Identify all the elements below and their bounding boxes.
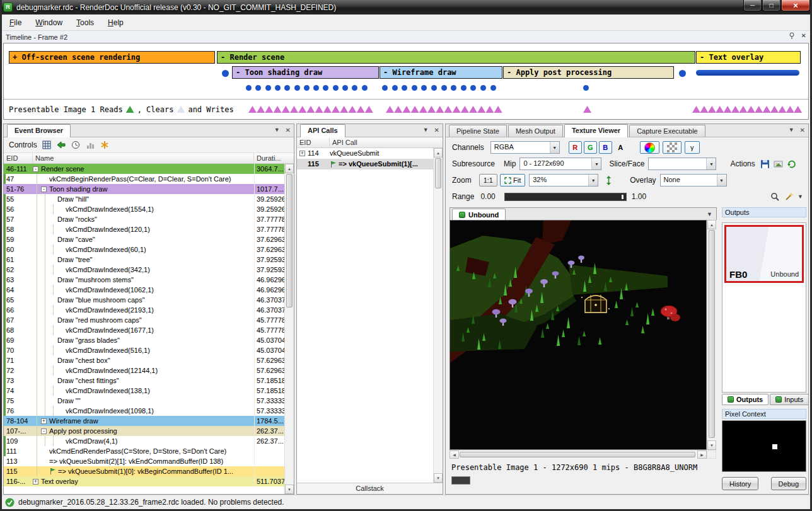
event-row[interactable]: 51-76-Toon shading draw1017.7... bbox=[4, 184, 284, 194]
column-api-call[interactable]: API Call bbox=[330, 137, 443, 147]
scrollbar-thumb[interactable] bbox=[460, 452, 695, 457]
refresh-icon[interactable] bbox=[787, 159, 797, 169]
event-row[interactable]: 66vkCmdDrawIndexed(2193,1)46.37037 bbox=[4, 305, 284, 315]
tab-unbound-texture[interactable]: Unbound bbox=[452, 209, 506, 220]
texture-horizontal-scrollbar[interactable]: ◀ ▶ bbox=[450, 450, 707, 459]
event-row[interactable]: 56vkCmdDrawIndexed(1554,1)39.25926 bbox=[4, 204, 284, 214]
panel-close-icon[interactable]: ✕ bbox=[800, 127, 805, 134]
debug-button[interactable]: Debug bbox=[771, 477, 806, 490]
range-min-value[interactable]: 0.00 bbox=[480, 192, 495, 201]
channel-red-toggle[interactable]: R bbox=[569, 141, 582, 154]
tab-texture-viewer[interactable]: Texture Viewer bbox=[564, 124, 628, 137]
tree-expander[interactable]: + bbox=[41, 418, 47, 424]
event-marker-dot[interactable] bbox=[222, 70, 229, 77]
tab-outputs[interactable]: Outputs bbox=[722, 394, 768, 405]
mip-dropdown[interactable]: 0 - 1272x690▼ bbox=[519, 158, 601, 170]
event-row[interactable]: 47vkCmdBeginRenderPass(C=Clear, D=Clear,… bbox=[4, 174, 284, 184]
pin-icon[interactable] bbox=[789, 32, 795, 39]
scrollbar-thumb[interactable] bbox=[435, 158, 441, 188]
panel-menu-chevron-icon[interactable]: ▼ bbox=[423, 127, 429, 134]
draw-call-dot[interactable] bbox=[323, 85, 328, 91]
clock-icon[interactable] bbox=[71, 140, 81, 150]
draw-call-dot[interactable] bbox=[294, 85, 300, 91]
draw-call-dot[interactable] bbox=[421, 85, 427, 91]
event-row[interactable]: 109vkCmdDraw(4,1)262.37... bbox=[4, 436, 284, 446]
magnifier-icon[interactable] bbox=[770, 192, 780, 202]
flip-y-icon[interactable] bbox=[603, 175, 613, 185]
panel-close-icon[interactable]: ✕ bbox=[434, 127, 439, 134]
event-row[interactable]: 73Draw "chest fittings"57.18518 bbox=[4, 376, 284, 386]
tree-expander[interactable]: + bbox=[33, 479, 38, 485]
event-row[interactable]: 78-104+Wireframe draw1784.5... bbox=[4, 416, 284, 426]
event-row[interactable]: 71Draw "chest box"57.62963 bbox=[4, 355, 284, 365]
draw-call-dot[interactable] bbox=[490, 85, 496, 91]
column-eid[interactable]: EID bbox=[4, 153, 33, 163]
texture-vertical-scrollbar[interactable]: ▲ ▼ bbox=[707, 220, 716, 450]
event-row[interactable]: 75Draw ""57.33333 bbox=[4, 396, 284, 406]
timeline-body[interactable]: + Off-screen scene rendering- Render sce… bbox=[3, 43, 809, 120]
outputs-list[interactable]: FB0 Unbound bbox=[722, 222, 806, 393]
tab-event-browser[interactable]: Event Browser bbox=[7, 124, 71, 137]
event-row[interactable]: 74vkCmdDrawIndexed(138,1)57.18518 bbox=[4, 386, 284, 396]
menu-window[interactable]: Window bbox=[28, 16, 69, 30]
fit-button[interactable]: Fit bbox=[500, 174, 525, 187]
range-slider-handle[interactable] bbox=[621, 194, 624, 200]
tab-pipeline-state[interactable]: Pipeline State bbox=[449, 125, 507, 137]
range-slider[interactable] bbox=[504, 193, 627, 201]
wand-icon[interactable] bbox=[784, 192, 794, 202]
event-row[interactable]: 69Draw "grass blades"45.03704 bbox=[4, 335, 284, 345]
channel-green-toggle[interactable]: G bbox=[584, 141, 597, 154]
minimize-button[interactable]: ─ bbox=[743, 0, 762, 11]
channel-alpha-toggle[interactable]: A bbox=[614, 141, 627, 154]
scroll-down-icon[interactable]: ▼ bbox=[285, 485, 294, 494]
menu-tools[interactable]: Tools bbox=[69, 16, 101, 30]
zoom-level-combo[interactable]: 32%▼ bbox=[529, 174, 598, 187]
draw-call-dot[interactable] bbox=[480, 85, 486, 91]
event-row[interactable]: 59Draw "cave"37.62963 bbox=[4, 234, 284, 244]
reads-marker[interactable] bbox=[126, 106, 134, 113]
event-row[interactable]: 61Draw "tree"37.92593 bbox=[4, 255, 284, 265]
scroll-down-icon[interactable]: ▼ bbox=[707, 440, 716, 450]
event-row[interactable]: 62vkCmdDrawIndexed(342,1)37.92593 bbox=[4, 265, 284, 275]
event-row[interactable]: 55Draw "hill"39.25926 bbox=[4, 194, 284, 204]
draw-call-dot[interactable] bbox=[352, 85, 357, 91]
overlay-dropdown[interactable]: None▼ bbox=[660, 174, 727, 187]
panel-close-icon[interactable]: ✕ bbox=[286, 127, 291, 134]
draw-call-dot[interactable] bbox=[275, 85, 281, 91]
draw-call-dot[interactable] bbox=[392, 85, 398, 91]
maximize-button[interactable]: □ bbox=[762, 0, 780, 11]
draw-call-dot[interactable] bbox=[441, 85, 447, 91]
draw-call-dot[interactable] bbox=[246, 85, 252, 91]
menu-help[interactable]: Help bbox=[101, 16, 130, 30]
tree-expander[interactable]: - bbox=[41, 187, 47, 192]
menu-file[interactable]: File bbox=[3, 16, 28, 30]
column-eid[interactable]: EID bbox=[297, 137, 330, 147]
api-call-list[interactable]: +114vkQueueSubmit115=> vkQueueSubmit(1)[… bbox=[297, 148, 433, 483]
draw-call-dot[interactable] bbox=[284, 85, 290, 91]
event-row[interactable]: 60vkCmdDrawIndexed(60,1)37.62963 bbox=[4, 244, 284, 255]
tab-api-calls[interactable]: API Calls bbox=[300, 124, 345, 137]
grid-icon[interactable] bbox=[42, 140, 52, 150]
draw-call-dot[interactable] bbox=[461, 85, 467, 91]
event-row[interactable]: 64vkCmdDrawIndexed(1062,1)46.96296 bbox=[4, 285, 284, 295]
event-row[interactable]: 63Draw "mushroom stems"46.96296 bbox=[4, 275, 284, 285]
clears-marker[interactable] bbox=[177, 106, 185, 113]
close-button[interactable]: × bbox=[781, 0, 810, 11]
event-row[interactable]: 67Draw "red mushroom caps"45.77778 bbox=[4, 315, 284, 325]
range-max-value[interactable]: 1.00 bbox=[632, 192, 646, 201]
event-row[interactable]: 72vkCmdDrawIndexed(12144,1)57.62963 bbox=[4, 365, 284, 376]
scroll-right-icon[interactable]: ▶ bbox=[697, 451, 707, 459]
chart-icon[interactable] bbox=[85, 140, 95, 150]
text-overlay-bar[interactable] bbox=[696, 70, 799, 76]
chevron-down-icon[interactable]: ▼ bbox=[707, 211, 712, 217]
timeline-subsection[interactable]: - Apply post processing bbox=[503, 66, 674, 79]
panel-menu-chevron-icon[interactable]: ▼ bbox=[274, 127, 280, 134]
event-row[interactable]: 65Draw "blue mushroom caps"46.37037 bbox=[4, 295, 284, 305]
timeline-subsection[interactable]: - Wireframe draw bbox=[380, 66, 502, 79]
event-row[interactable]: 70vkCmdDrawIndexed(516,1)45.03704 bbox=[4, 345, 284, 355]
event-row[interactable]: 116-...+Text overlay511.7037 bbox=[4, 476, 284, 486]
channel-blue-toggle[interactable]: B bbox=[599, 141, 612, 154]
draw-call-dot[interactable] bbox=[255, 85, 261, 91]
tab-inputs[interactable]: Inputs bbox=[770, 394, 809, 405]
api-call-row[interactable]: +114vkQueueSubmit bbox=[297, 148, 433, 159]
